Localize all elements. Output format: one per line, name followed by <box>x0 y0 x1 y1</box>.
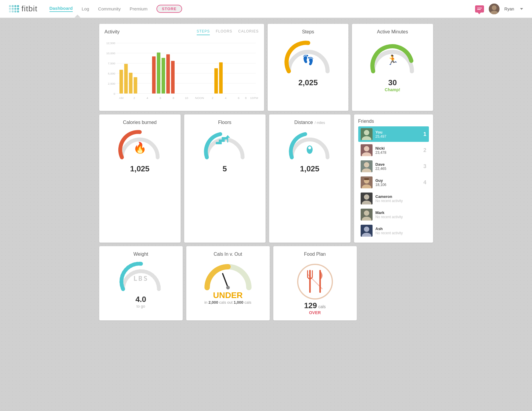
svg-line-74 <box>223 274 228 288</box>
weight-card: Weight LBS 4.0 to go <box>99 246 183 320</box>
svg-text:10,000: 10,000 <box>106 52 115 55</box>
svg-point-68 <box>364 210 369 216</box>
cals-in-label: in <box>204 300 209 305</box>
svg-text:10: 10 <box>250 96 254 100</box>
active-minutes-label: Champ! <box>385 87 400 92</box>
svg-rect-17 <box>124 64 128 94</box>
distance-subtitle: / miles <box>315 121 325 125</box>
dashboard-grid: Activity STEPS FLOORS CALORIES <box>99 24 433 320</box>
tab-calories[interactable]: CALORIES <box>238 29 259 35</box>
svg-rect-16 <box>119 70 123 94</box>
calories-title: Calories burned <box>123 120 157 125</box>
store-button[interactable]: STORE <box>156 5 182 13</box>
nav-right: Ryan <box>475 4 523 14</box>
foodplan-card: Food Plan <box>273 246 357 320</box>
distance-value: 1,025 <box>300 164 319 173</box>
friend-name-you: You <box>376 130 421 134</box>
friend-avatar-nicki <box>361 144 373 156</box>
user-dropdown-arrow[interactable] <box>520 8 523 10</box>
friend-steps-ash: No recent activity <box>376 231 426 235</box>
friend-item-you[interactable]: You 25,497 1 <box>358 126 429 142</box>
active-minutes-card: Active Minutes 🏃 30 Champ! <box>352 24 433 111</box>
svg-rect-23 <box>166 54 170 93</box>
tab-floors[interactable]: FLOORS <box>216 29 232 35</box>
logo-text: fitbit <box>21 4 38 13</box>
steps-gauge: 👣 <box>283 37 334 76</box>
svg-text:5,000: 5,000 <box>108 72 115 75</box>
nav-dashboard[interactable]: Dashboard <box>49 6 73 12</box>
distance-card: Distance / miles 1,025 <box>269 114 350 243</box>
calsinout-card: Cals In v. Out UNDER in 2,000 cals out 1… <box>186 246 270 320</box>
weight-title: Weight <box>134 252 148 257</box>
messages-icon[interactable] <box>475 5 484 13</box>
nav-premium[interactable]: Premium <box>130 6 148 11</box>
friend-info-dave: Dave 22,465 <box>376 162 421 171</box>
svg-text:LBS: LBS <box>133 275 149 282</box>
calsinout-gauge <box>204 259 252 291</box>
cals-out-val: 1,000 <box>234 300 243 305</box>
svg-text:2: 2 <box>133 96 135 100</box>
friend-steps-cameron: No recent activity <box>376 199 426 203</box>
cals-in-val: 2,000 <box>208 300 218 305</box>
svg-point-49 <box>308 146 311 149</box>
nav-community[interactable]: Community <box>98 6 121 11</box>
friend-steps-you: 25,497 <box>376 134 421 139</box>
friends-list: You 25,497 1 Nicki 23,478 <box>358 126 429 238</box>
logo[interactable]: fitbit <box>9 4 38 13</box>
svg-text:6: 6 <box>159 96 161 100</box>
friend-rank-dave: 3 <box>423 163 426 170</box>
foodplan-status: OVER <box>309 310 321 315</box>
svg-rect-45 <box>216 142 222 144</box>
cals-unit-in: cals <box>219 300 227 305</box>
friends-title: Friends <box>358 119 374 124</box>
username[interactable]: Ryan <box>504 7 514 11</box>
friend-info-ash: Ash No recent activity <box>376 227 426 235</box>
steps-value: 2,025 <box>298 78 318 87</box>
friend-name-guy: Guy <box>376 178 421 183</box>
message-lines <box>477 8 482 10</box>
friend-item-ash[interactable]: Ash No recent activity <box>358 223 429 238</box>
foodplan-title: Food Plan <box>304 252 326 257</box>
tab-steps[interactable]: STEPS <box>197 29 210 35</box>
friend-steps-dave: 22,465 <box>376 167 421 171</box>
friend-item-nicki[interactable]: Nicki 23,478 2 <box>358 142 429 158</box>
weight-subtitle: to go <box>137 304 145 308</box>
friend-item-mark[interactable]: Mark No recent activity <box>358 207 429 222</box>
svg-point-65 <box>364 194 369 200</box>
svg-point-58 <box>364 162 369 167</box>
foodplan-value: 129 <box>304 301 317 310</box>
svg-text:👣: 👣 <box>302 54 314 66</box>
user-avatar[interactable] <box>489 4 500 14</box>
friend-info-mark: Mark No recent activity <box>376 210 426 219</box>
distance-title: Distance <box>294 120 313 125</box>
friend-name-cameron: Cameron <box>376 194 426 199</box>
row-3: Weight LBS 4.0 to go Cals In v. Out <box>99 246 433 320</box>
distance-gauge <box>287 128 332 162</box>
friend-avatar-guy <box>361 176 373 188</box>
active-minutes-gauge: 🏃 <box>367 37 418 76</box>
chart-svg: 12,500 10,000 7,500 5,000 2,500 0 <box>105 40 259 106</box>
friend-item-guy[interactable]: Guy 18,106 4 <box>358 175 429 190</box>
floors-value: 5 <box>223 164 227 173</box>
svg-rect-22 <box>162 58 165 93</box>
foodplan-icon <box>293 259 337 301</box>
navbar: fitbit Dashboard Log Community Premium S… <box>0 0 532 18</box>
friend-item-dave[interactable]: Dave 22,465 3 <box>358 159 429 174</box>
friend-info-you: You 25,497 <box>376 130 421 139</box>
friend-avatar-mark <box>361 209 373 221</box>
calsinout-detail: in 2,000 cals out 1,000 cals <box>204 300 252 305</box>
weight-gauge: LBS <box>119 259 163 294</box>
activity-chart: 12,500 10,000 7,500 5,000 2,500 0 <box>105 40 259 106</box>
svg-text:12,500: 12,500 <box>106 41 115 45</box>
activity-header: Activity STEPS FLOORS CALORIES <box>105 29 259 37</box>
svg-text:AM: AM <box>119 96 123 100</box>
nav-log[interactable]: Log <box>82 6 89 11</box>
svg-text:8: 8 <box>245 96 246 100</box>
activity-title: Activity <box>105 29 120 35</box>
svg-text:PM: PM <box>254 96 258 100</box>
friend-item-cameron[interactable]: Cameron No recent activity <box>358 191 429 206</box>
svg-text:6: 6 <box>238 96 240 100</box>
svg-rect-25 <box>214 68 218 94</box>
svg-point-52 <box>364 130 369 135</box>
svg-point-55 <box>364 146 369 151</box>
